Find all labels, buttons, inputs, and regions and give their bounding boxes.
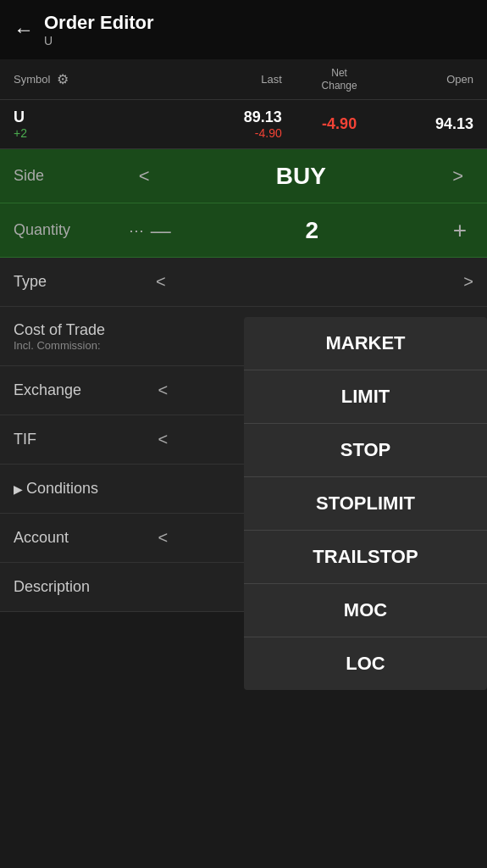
side-next-button[interactable]: > [442, 165, 473, 187]
stock-data-row: U +2 89.13 -4.90 -4.90 94.13 [0, 100, 487, 149]
exchange-prev-button[interactable]: < [158, 381, 169, 400]
account-label: Account [14, 529, 158, 547]
side-row: Side < BUY > [0, 149, 487, 203]
header-text: Order Editor U [44, 12, 154, 47]
header-subtitle: U [44, 34, 154, 47]
dropdown-item-trailstop[interactable]: TRAILSTOP [244, 531, 487, 584]
stock-symbol: U [14, 108, 167, 126]
header: ← Order Editor U [0, 0, 487, 59]
quantity-increase-button[interactable]: + [446, 217, 473, 244]
side-prev-button[interactable]: < [129, 165, 160, 187]
description-label: Description [14, 578, 90, 596]
last-col-header: Last [167, 73, 282, 86]
quantity-decrease-button[interactable]: — [144, 219, 178, 242]
back-button[interactable]: ← [14, 18, 34, 42]
open-col-header: Open [397, 73, 474, 86]
side-nav: < BUY > [129, 163, 473, 190]
quantity-value: 2 [178, 217, 446, 244]
stock-last-price: 89.13 [167, 108, 282, 126]
exchange-label: Exchange [14, 381, 158, 399]
quantity-label: Quantity [14, 221, 129, 239]
symbol-col-header: Symbol ⚙ [14, 71, 167, 87]
type-dropdown: MARKETLIMITSTOPSTOPLIMITTRAILSTOPMOCLOC [244, 317, 487, 690]
side-value: BUY [276, 163, 326, 190]
stock-symbol-cell: U +2 [14, 108, 167, 140]
page-title: Order Editor [44, 12, 154, 34]
column-headers: Symbol ⚙ Last Net Change Open [0, 59, 487, 100]
stock-last-cell: 89.13 -4.90 [167, 108, 282, 140]
quantity-options-icon[interactable]: ⋯ [129, 221, 144, 240]
tif-prev-button[interactable]: < [158, 430, 169, 449]
type-label: Type [14, 273, 156, 291]
stock-open-change: +2 [14, 126, 167, 140]
gear-icon[interactable]: ⚙ [57, 71, 69, 87]
dropdown-item-moc[interactable]: MOC [244, 584, 487, 637]
stock-net-change: -4.90 [282, 115, 397, 133]
type-prev-button[interactable]: < [156, 272, 166, 292]
dropdown-item-limit[interactable]: LIMIT [244, 370, 487, 424]
net-change-col-header: Net Change [282, 67, 397, 92]
side-label: Side [14, 167, 129, 185]
dropdown-item-loc[interactable]: LOC [244, 637, 487, 690]
quantity-row: Quantity ⋯ — 2 + [0, 203, 487, 258]
type-row: Type < > [0, 258, 487, 307]
account-prev-button[interactable]: < [158, 528, 169, 548]
tif-label: TIF [14, 431, 158, 448]
conditions-label: Conditions [26, 480, 98, 498]
type-next-button[interactable]: > [463, 272, 473, 292]
stock-last-sub: -4.90 [167, 126, 282, 140]
dropdown-item-stoplimit[interactable]: STOPLIMIT [244, 477, 487, 531]
dropdown-item-market[interactable]: MARKET [244, 317, 487, 370]
stock-open-price: 94.13 [397, 115, 474, 133]
quantity-controls: ⋯ — 2 + [129, 217, 473, 244]
conditions-expand-icon: ▶ [14, 482, 23, 496]
dropdown-item-stop[interactable]: STOP [244, 424, 487, 477]
